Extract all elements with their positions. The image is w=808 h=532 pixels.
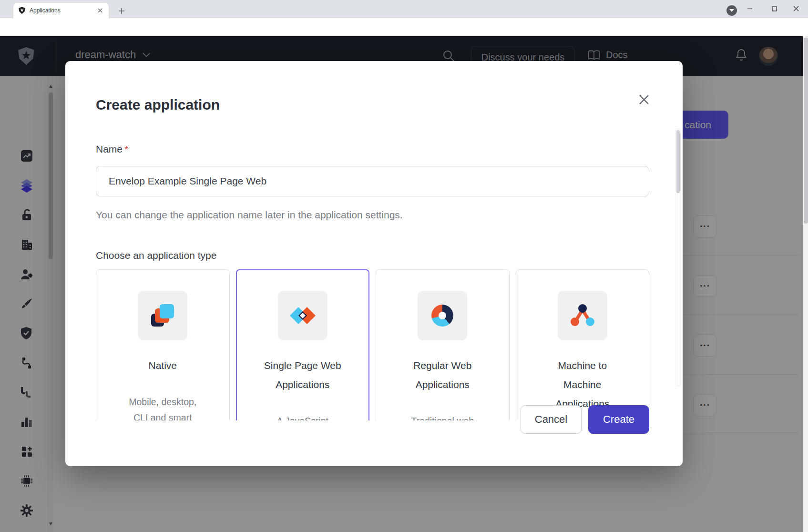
machine-to-machine-icon (569, 302, 596, 329)
card-description: Traditional web (403, 413, 482, 420)
card-description: A JavaScript (263, 413, 342, 420)
card-description: Mobile, desktop, CLI and smart (123, 394, 202, 420)
single-page-app-icon (289, 302, 316, 329)
native-icon-tile (138, 291, 187, 340)
tab-close-icon[interactable] (96, 7, 104, 14)
name-helper-text: You can change the application name late… (96, 209, 649, 221)
required-asterisk: * (124, 143, 128, 154)
regular-web-icon-tile (418, 291, 467, 340)
new-tab-button[interactable] (115, 5, 128, 17)
application-type-cards: Native Mobile, desktop, CLI and smart Si… (96, 269, 649, 420)
window-minimize-button[interactable] (739, 0, 761, 17)
window-maximize-button[interactable] (763, 0, 785, 17)
regular-web-app-icon (431, 305, 453, 327)
browser-tabstrip: Applications (0, 0, 808, 18)
card-title: Machine to Machine Applications (540, 356, 625, 413)
native-icon (149, 302, 176, 329)
card-title: Single Page Web Applications (260, 356, 346, 394)
close-icon[interactable] (637, 92, 651, 107)
name-label: Name* (96, 143, 649, 155)
card-native[interactable]: Native Mobile, desktop, CLI and smart (96, 269, 230, 420)
card-regular-web[interactable]: Regular Web Applications Traditional web (376, 269, 510, 420)
application-name-input[interactable] (96, 166, 649, 196)
card-title: Regular Web Applications (399, 356, 485, 394)
spa-icon-tile (278, 291, 327, 340)
create-application-modal: Create application Name* You can change … (65, 61, 683, 466)
tab-title: Applications (30, 7, 92, 14)
card-machine-to-machine[interactable]: Machine to Machine Applications (516, 269, 650, 420)
page-scroll-thumb[interactable] (804, 38, 808, 224)
auth0-favicon (18, 7, 26, 14)
browser-tab-applications[interactable]: Applications (13, 3, 109, 18)
modal-scrollbar[interactable] (675, 129, 681, 386)
m2m-icon-tile (558, 291, 607, 340)
tab-search-icon[interactable] (726, 5, 737, 16)
modal-body: Create application Name* You can change … (65, 61, 683, 420)
cancel-button[interactable]: Cancel (521, 405, 582, 434)
browser-toolbar: manage.auth0.com/dashboard/eu/dream-watc… (0, 18, 808, 36)
card-title: Native (120, 356, 205, 375)
card-single-page-web[interactable]: Single Page Web Applications A JavaScrip… (236, 269, 370, 420)
modal-title: Create application (96, 95, 649, 114)
create-button[interactable]: Create (588, 405, 649, 434)
modal-scroll-thumb[interactable] (676, 130, 680, 193)
application-type-label: Choose an application type (96, 249, 649, 262)
page-scrollbar[interactable] (803, 36, 808, 532)
modal-footer: Cancel Create (65, 420, 683, 466)
window-close-button[interactable] (785, 0, 807, 17)
